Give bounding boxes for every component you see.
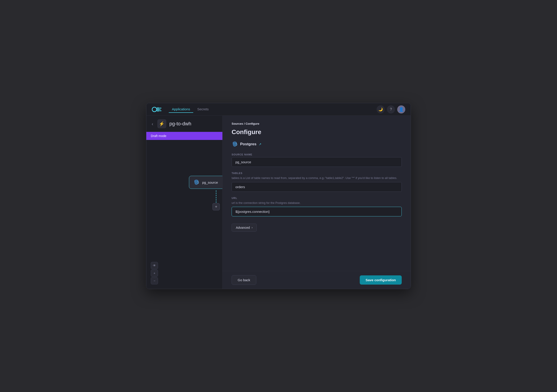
nav-right: 🌙 ? 👤 xyxy=(377,105,405,113)
node-label: pg_source xyxy=(202,181,218,184)
url-field-desc: url is the connection string for the Pos… xyxy=(232,201,402,205)
right-panel: Sources / Configure Configure Postgres ↗ xyxy=(223,116,411,289)
advanced-label: Advanced xyxy=(236,226,250,229)
url-field-group: URL url is the connection string for the… xyxy=(232,197,402,217)
source-name-input[interactable] xyxy=(232,157,402,167)
config-panel: Sources / Configure Configure Postgres ↗ xyxy=(223,116,411,271)
source-name-field-group: SOURCE NAME xyxy=(232,153,402,167)
url-input[interactable] xyxy=(232,207,402,216)
app-icon: ⚡ xyxy=(157,119,166,128)
source-header: Postgres ↗ xyxy=(232,141,402,147)
tab-applications[interactable]: Applications xyxy=(169,106,193,113)
advanced-button[interactable]: Advanced › xyxy=(232,224,257,232)
save-configuration-button[interactable]: Save configuration xyxy=(360,275,402,285)
config-footer: Go back Save configuration xyxy=(223,271,411,289)
zoom-in-button[interactable]: + xyxy=(151,270,158,277)
topnav: Applications Secrets 🌙 ? 👤 xyxy=(146,103,411,116)
source-name-field-label: SOURCE NAME xyxy=(232,153,402,156)
main-window: Applications Secrets 🌙 ? 👤 ‹ ⚡ pg-to-dwh… xyxy=(146,103,411,289)
minus-icon: − xyxy=(154,279,155,283)
canvas-area: pg_source + 👁 + − xyxy=(146,140,222,289)
left-panel: ‹ ⚡ pg-to-dwh Draft mode pg_source xyxy=(146,116,223,289)
app-header: ‹ ⚡ pg-to-dwh xyxy=(146,116,222,132)
tables-field-group: TABLES tables is a List of table names t… xyxy=(232,172,402,192)
help-button[interactable]: ? xyxy=(387,105,395,113)
breadcrumb: Sources / Configure xyxy=(232,122,402,125)
canvas-controls: 👁 + − xyxy=(151,262,158,284)
tables-input[interactable] xyxy=(232,182,402,192)
tab-secrets[interactable]: Secrets xyxy=(194,106,212,113)
source-name-label: Postgres xyxy=(240,142,256,146)
url-field-label: URL xyxy=(232,197,402,199)
eye-toggle-button[interactable]: 👁 xyxy=(151,262,158,269)
dashed-connector xyxy=(216,190,216,203)
svg-point-0 xyxy=(152,107,157,112)
logo xyxy=(152,106,162,112)
eye-icon: 👁 xyxy=(153,264,156,267)
zoom-out-button[interactable]: − xyxy=(151,277,158,284)
tables-field-label: TABLES xyxy=(232,172,402,175)
draft-banner: Draft mode xyxy=(146,132,222,140)
dark-mode-button[interactable]: 🌙 xyxy=(377,105,385,113)
breadcrumb-current: Configure xyxy=(246,122,259,125)
user-avatar[interactable]: 👤 xyxy=(397,105,405,113)
app-name: pg-to-dwh xyxy=(169,121,191,127)
breadcrumb-prefix: Sources / xyxy=(232,122,246,125)
main-area: ‹ ⚡ pg-to-dwh Draft mode pg_source xyxy=(146,116,411,289)
external-link-icon[interactable]: ↗ xyxy=(259,142,262,146)
back-button[interactable]: ‹ xyxy=(151,120,154,127)
plus-icon: + xyxy=(154,271,155,275)
pipeline-node[interactable]: pg_source xyxy=(189,176,222,189)
chevron-right-icon: › xyxy=(252,226,253,229)
nav-tabs: Applications Secrets xyxy=(169,106,377,113)
add-node-button[interactable]: + xyxy=(213,203,220,210)
go-back-button[interactable]: Go back xyxy=(232,275,256,285)
tables-field-desc: tables is a List of table names to read … xyxy=(232,176,402,180)
config-title: Configure xyxy=(232,128,402,136)
